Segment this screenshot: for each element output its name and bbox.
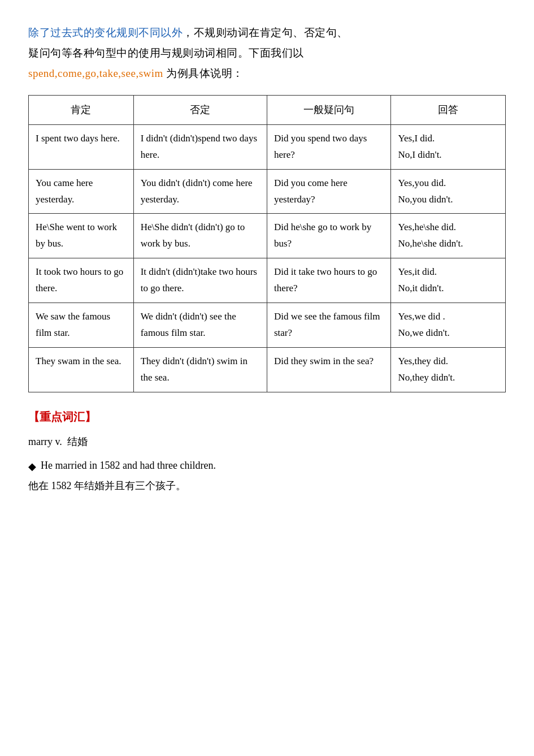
cell-negative: I didn't (didn't)spend two days here. <box>133 124 267 169</box>
cell-negative: We didn't (didn't) see the famous film s… <box>133 303 267 348</box>
cell-negative: You didn't (didn't) come here yesterday. <box>133 169 267 214</box>
cell-question: Did you spend two days here? <box>267 124 390 169</box>
cell-affirmative: They swam in the sea. <box>29 347 134 392</box>
vocab-example-en: ◆ He married in 1582 and had three child… <box>28 456 506 476</box>
grammar-table: 肯定 否定 一般疑问句 回答 I spent two days here.I d… <box>28 95 506 392</box>
table-row: We saw the famous film star.We didn't (d… <box>29 303 506 348</box>
intro-text-1: ，不规则动词在肯定句、否定句、 <box>183 27 348 38</box>
vocab-word: marry v. 结婚 <box>28 436 88 447</box>
cell-answer: Yes,I did.No,I didn't. <box>391 124 506 169</box>
cell-affirmative: We saw the famous film star. <box>29 303 134 348</box>
vocab-example-text: He married in 1582 and had three childre… <box>41 456 216 474</box>
cell-affirmative: You came here yesterday. <box>29 169 134 214</box>
intro-text-2: 疑问句等各种句型中的使用与规则动词相同。下面我们以 <box>28 47 304 59</box>
vocab-section: 【重点词汇】 marry v. 结婚 ◆ He married in 1582 … <box>28 409 506 495</box>
intro-orange-text: spend,come,go,take,see,swim <box>28 67 163 79</box>
vocab-translation: 他在 1582 年结婚并且有三个孩子。 <box>28 477 506 495</box>
table-row: It took two hours to go there.It didn't … <box>29 258 506 303</box>
cell-question: Did he\she go to work by bus? <box>267 214 390 258</box>
intro-blue-text: 除了过去式的变化规则不同以外 <box>28 27 183 38</box>
cell-question: Did you come here yesterday? <box>267 169 390 214</box>
header-affirmative: 肯定 <box>29 96 134 125</box>
cell-answer: Yes,it did.No,it didn't. <box>391 258 506 303</box>
cell-answer: Yes,he\she did.No,he\she didn't. <box>391 214 506 258</box>
cell-affirmative: It took two hours to go there. <box>29 258 134 303</box>
cell-affirmative: I spent two days here. <box>29 124 134 169</box>
intro-paragraph: 除了过去式的变化规则不同以外，不规则动词在肯定句、否定句、 疑问句等各种句型中的… <box>28 23 506 84</box>
header-answer: 回答 <box>391 96 506 125</box>
diamond-icon: ◆ <box>28 457 36 476</box>
cell-answer: Yes,we did .No,we didn't. <box>391 303 506 348</box>
cell-answer: Yes,they did.No,they didn't. <box>391 347 506 392</box>
vocab-entry-marry: marry v. 结婚 <box>28 433 506 451</box>
table-header-row: 肯定 否定 一般疑问句 回答 <box>29 96 506 125</box>
grammar-table-wrapper: 肯定 否定 一般疑问句 回答 I spent two days here.I d… <box>28 95 506 392</box>
header-negative: 否定 <box>133 96 267 125</box>
header-question: 一般疑问句 <box>267 96 390 125</box>
intro-text-3: 为例具体说明： <box>163 67 244 79</box>
table-row: He\She went to work by bus.He\She didn't… <box>29 214 506 258</box>
cell-negative: He\She didn't (didn't) go to work by bus… <box>133 214 267 258</box>
cell-question: Did they swim in the sea? <box>267 347 390 392</box>
cell-negative: It didn't (didn't)take two hours to go t… <box>133 258 267 303</box>
table-row: They swam in the sea.They didn't (didn't… <box>29 347 506 392</box>
table-row: You came here yesterday.You didn't (didn… <box>29 169 506 214</box>
cell-question: Did we see the famous film star? <box>267 303 390 348</box>
cell-question: Did it take two hours to go there? <box>267 258 390 303</box>
table-row: I spent two days here.I didn't (didn't)s… <box>29 124 506 169</box>
cell-affirmative: He\She went to work by bus. <box>29 214 134 258</box>
cell-answer: Yes,you did.No,you didn't. <box>391 169 506 214</box>
vocab-section-title: 【重点词汇】 <box>28 409 506 425</box>
cell-negative: They didn't (didn't) swim in the sea. <box>133 347 267 392</box>
